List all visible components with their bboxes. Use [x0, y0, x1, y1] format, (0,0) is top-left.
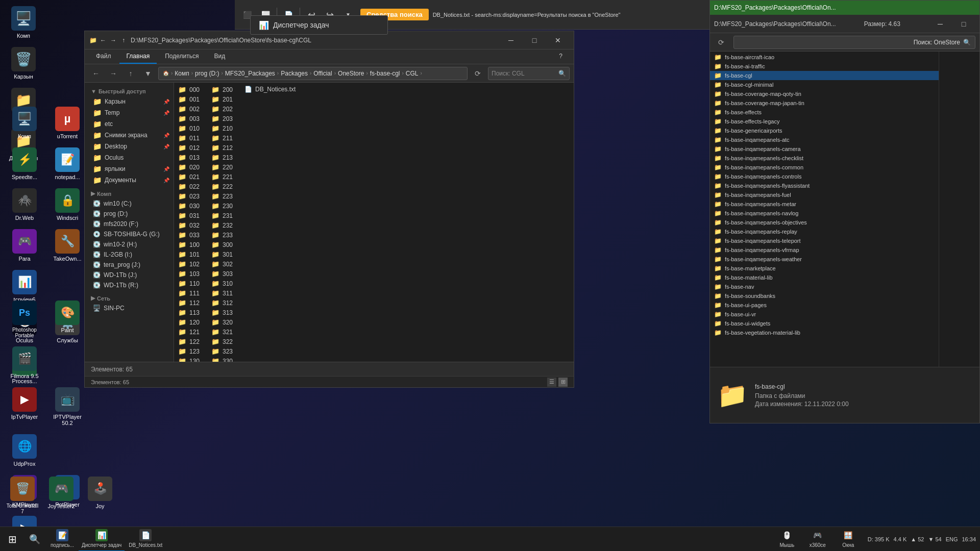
taskbar-x360ce[interactable]: 🎮 x360ce: [802, 527, 833, 552]
desktop-icon-comp2[interactable]: 🖥️ Комп: [4, 104, 45, 142]
bg-folder-item[interactable]: 📁fs-base-genericairports: [710, 126, 939, 135]
desktop-icon-totaluninstall[interactable]: 🗑️ Total Uninstall 7: [4, 473, 41, 517]
folder-item[interactable]: 📁202: [207, 104, 240, 114]
folder-item[interactable]: 📁222: [207, 182, 240, 191]
folder-item[interactable]: 📁233: [207, 230, 240, 240]
task-manager-bar[interactable]: 📊 Диспетчер задач: [250, 15, 388, 35]
file-item-db-notices[interactable]: 📄 DB_Notices.txt: [240, 85, 332, 94]
bg-folder-item[interactable]: 📁fs-base-ai-traffic: [710, 62, 939, 71]
bg-nav-refresh[interactable]: ⟳: [714, 35, 728, 49]
folder-item[interactable]: 📁021: [174, 172, 207, 182]
desktop-icon-photoshop[interactable]: Ps Photoshop Portable: [4, 297, 45, 341]
nav-sinpc[interactable]: 🖥️ SIN-PC: [85, 303, 174, 313]
folder-item[interactable]: 📁301: [207, 249, 240, 259]
folder-item[interactable]: 📁223: [207, 191, 240, 201]
folder-item[interactable]: 📁321: [207, 327, 240, 337]
bg-folder-item[interactable]: 📁fs-base-ui-widgets: [710, 319, 939, 328]
nav-drive-h[interactable]: 💽 win10-2 (H:): [85, 239, 174, 249]
bg-folder-item[interactable]: 📁fs-base-inqamepanels-vfrmap: [710, 245, 939, 255]
desktop-icon-notepad[interactable]: 📝 notepad...: [47, 144, 88, 183]
desktop-icon-utorrent[interactable]: µ uTorrent: [47, 104, 88, 142]
bg-folder-item[interactable]: 📁fs-base-coverage-map-qoty-tin: [710, 89, 939, 98]
start-button[interactable]: ⊞: [0, 527, 24, 552]
desktop-icon-paint[interactable]: 🎨 Paint: [47, 297, 88, 341]
nav-up[interactable]: ↑: [124, 66, 138, 81]
folder-item[interactable]: 📁130: [174, 356, 207, 362]
nav-yarlyky[interactable]: 📁 ярлыки 📌: [85, 163, 174, 174]
bg-folder-item[interactable]: 📁fs-base-inqamepanels-camera: [710, 144, 939, 154]
folder-item[interactable]: 📁120: [174, 317, 207, 327]
nav-drive-i[interactable]: 💽 IL-2GB (I:): [85, 249, 174, 260]
nav-temp[interactable]: 📁 Temp 📌: [85, 107, 174, 118]
close-button[interactable]: ✕: [546, 31, 570, 49]
nav-back[interactable]: ←: [89, 66, 103, 81]
folder-item[interactable]: 📁302: [207, 259, 240, 269]
folder-item[interactable]: 📁200: [207, 85, 240, 94]
bg-folder-item[interactable]: 📁fs-base-inqamepanels-checklist: [710, 154, 939, 163]
nav-drive-j[interactable]: 💽 tera_prog (J:): [85, 260, 174, 270]
ribbon-help[interactable]: ?: [552, 49, 570, 64]
nav-korzin[interactable]: 📁 Карзын 📌: [85, 96, 174, 107]
folder-item[interactable]: 📁303: [207, 269, 240, 279]
up-icon[interactable]: ↑: [119, 36, 128, 44]
folder-item[interactable]: 📁312: [207, 298, 240, 308]
folder-item[interactable]: 📁123: [174, 346, 207, 356]
view-grid-btn[interactable]: ⊞: [558, 378, 568, 387]
folder-item[interactable]: 📁213: [207, 153, 240, 162]
bg-folder-item[interactable]: 📁fs-base-material-lib: [710, 273, 939, 282]
folder-item[interactable]: 📁112: [174, 298, 207, 308]
minimize-button[interactable]: ─: [499, 31, 523, 49]
taskbar-item-notices[interactable]: 📄 DB_Notices.txt: [126, 527, 165, 552]
bg-folder-item[interactable]: 📁fs-base-effects: [710, 108, 939, 117]
bg-folder-item[interactable]: 📁fs-base-inqamepanels-metar: [710, 199, 939, 209]
folder-item[interactable]: 📁330: [207, 356, 240, 362]
folder-item[interactable]: 📁323: [207, 346, 240, 356]
bg-folder-item[interactable]: 📁fs-base-inqamepanels-flyassistant: [710, 181, 939, 190]
folder-item[interactable]: 📁020: [174, 162, 207, 172]
desktop-icon-korzin[interactable]: 🗑️ Карзын: [3, 44, 44, 83]
bg-folder-item[interactable]: 📁fs-base-effects-legacy: [710, 117, 939, 126]
nav-drive-g[interactable]: 💿 SB-TOSHIBA-G (G:): [85, 229, 174, 239]
bg-folder-item[interactable]: 📁fs-base-aircraft-icao: [710, 53, 939, 62]
folder-item[interactable]: 📁002: [174, 104, 207, 114]
bg-folder-item[interactable]: 📁fs-base-inqamepanels-atc: [710, 135, 939, 144]
bg-folder-item[interactable]: 📁fs-base-inqamepanels-objectives: [710, 218, 939, 227]
ribbon-tab-view[interactable]: Вид: [207, 49, 232, 64]
folder-item[interactable]: 📁102: [174, 259, 207, 269]
folder-item[interactable]: 📁010: [174, 123, 207, 133]
nav-drive-c[interactable]: 💽 win10 (C:): [85, 198, 174, 209]
folder-item[interactable]: 📁220: [207, 162, 240, 172]
folder-item[interactable]: 📁022: [174, 182, 207, 191]
bg-folder-item[interactable]: 📁fs-base-inqamepanels-weather: [710, 255, 939, 264]
folder-item[interactable]: 📁203: [207, 114, 240, 123]
path-prog[interactable]: prog (D:): [195, 70, 219, 77]
folder-item[interactable]: 📁231: [207, 211, 240, 220]
bg-search-input[interactable]: Поиск: OneStore 🔍: [733, 36, 975, 49]
bg-folder-item[interactable]: 📁fs-base-inqamepanels-teleport: [710, 236, 939, 245]
folder-item[interactable]: 📁322: [207, 337, 240, 346]
path-packages[interactable]: Packages: [281, 70, 308, 77]
taskbar-mish[interactable]: 🖱️ Мышь: [772, 527, 802, 552]
nav-drive-f[interactable]: 💽 mfs2020 (F:): [85, 219, 174, 229]
ribbon-tab-file[interactable]: Файл: [89, 49, 118, 64]
desktop-icon-iptvplayer2[interactable]: 📺 IPTVPlayer 50.2: [47, 384, 88, 429]
maximize-button[interactable]: □: [523, 31, 546, 49]
bg-folder-item[interactable]: 📁fs-base-inqamepanels-fuel: [710, 190, 939, 199]
folder-item[interactable]: 📁122: [174, 337, 207, 346]
path-cgl[interactable]: CGL: [406, 70, 419, 77]
nav-refresh[interactable]: ⟳: [471, 66, 485, 81]
folder-item[interactable]: 📁013: [174, 153, 207, 162]
search-box[interactable]: Поиск: CGL 🔍: [488, 67, 570, 80]
bg-folder-item[interactable]: 📁fs-base-cgl-minimal: [710, 80, 939, 89]
path-comp[interactable]: Комп: [175, 70, 189, 77]
desktop-icon-iptvplayer[interactable]: ▶ IpTvPlayer: [4, 384, 45, 429]
bg-folder-item[interactable]: 📁fs-base-coverage-map-japan-tin: [710, 98, 939, 108]
nav-drive-r[interactable]: 💽 WD-1Tb (R:): [85, 280, 174, 290]
desktop-icon-takeown[interactable]: 🔧 TakeOwn...: [47, 226, 88, 265]
taskbar-item-podpis[interactable]: 📝 подпись...: [47, 527, 78, 552]
folder-item[interactable]: 📁121: [174, 327, 207, 337]
nav-drive-d[interactable]: 💽 prog (D:): [85, 209, 174, 219]
desktop-icon-joy[interactable]: 🕹️ Joy: [82, 473, 118, 517]
back-icon[interactable]: ←: [99, 36, 107, 44]
path-onestore[interactable]: OneStore: [338, 70, 364, 77]
